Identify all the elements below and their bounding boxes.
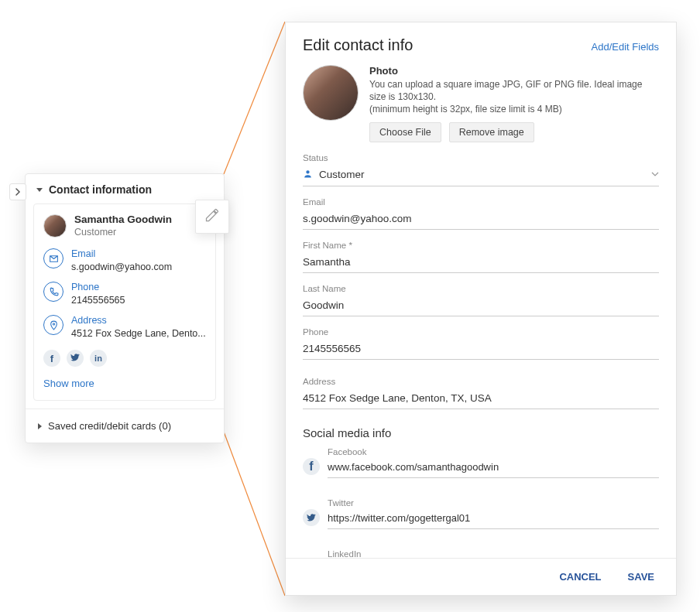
twitter-input[interactable]: https://twitter.com/gogettergal01 [328,509,659,529]
twitter-label: Twitter [328,498,659,508]
address-input-value: 4512 Fox Sedge Lane, Denton, TX, USA [303,392,492,404]
address-field-label: Address [303,377,659,386]
photo-heading: Photo [369,65,659,77]
phone-label: Phone [71,282,125,293]
facebook-icon: f [50,353,53,364]
lastname-value: Goodwin [303,299,344,311]
facebook-icon: f [303,458,320,475]
status-select[interactable]: Customer [303,164,659,186]
address-label: Address [71,315,206,327]
firstname-field-label: First Name * [303,241,659,250]
contact-information-card: Contact information Samantha Goodwin Cus… [25,173,225,443]
saved-cards-section[interactable]: Saved credit/debit cards (0) [26,409,224,443]
linkedin-chip[interactable]: in [90,350,107,367]
saved-cards-label: Saved credit/debit cards (0) [48,420,171,432]
expand-chevron[interactable] [9,183,26,200]
firstname-value: Samantha [303,256,351,268]
chevron-right-icon [38,423,42,429]
field-phone[interactable]: Phone 2145556565 [43,282,206,306]
phone-value: 2145556565 [71,295,125,306]
address-value: 4512 Fox Sedge Lane, Dento... [71,328,206,339]
person-icon [303,169,313,181]
facebook-value: www.facebook.com/samanthagoodwin [328,461,499,473]
email-value: s.goodwin@yahoo.com [71,262,172,272]
card-title: Contact information [49,183,152,196]
twitter-chip[interactable] [67,350,84,367]
add-edit-fields-link[interactable]: Add/Edit Fields [592,41,659,53]
email-label: Email [71,248,172,260]
facebook-chip[interactable]: f [43,350,60,367]
save-button[interactable]: SAVE [628,571,654,583]
photo-description-2: (minimum height is 32px, file size limit… [369,103,659,115]
lastname-field-label: Last Name [303,284,659,293]
linkedin-icon: in [94,354,102,363]
edit-contact-panel: Edit contact info Add/Edit Fields Photo … [285,22,677,596]
svg-line-0 [224,22,285,174]
caret-down-icon [651,169,659,180]
field-email[interactable]: Email s.goodwin@yahoo.com [43,248,206,272]
phone-input[interactable]: 2145556565 [303,338,659,360]
twitter-value: https://twitter.com/gogettergal01 [328,512,470,524]
facebook-label: Facebook [328,447,659,456]
status-value: Customer [319,169,365,180]
phone-input-value: 2145556565 [303,343,361,354]
contact-role: Customer [74,227,172,238]
choose-file-button[interactable]: Choose File [369,122,441,142]
pencil-icon [204,207,220,226]
show-more-link[interactable]: Show more [43,378,206,389]
facebook-input[interactable]: www.facebook.com/samanthagoodwin [328,458,659,478]
photo-description-1: You can upload a square image JPG, GIF o… [369,78,659,103]
envelope-icon [43,248,63,268]
chevron-right-icon [14,188,22,196]
status-label: Status [303,153,659,162]
email-field-label: Email [303,197,659,207]
chevron-down-icon [36,188,43,192]
field-address[interactable]: Address 4512 Fox Sedge Lane, Dento... [43,315,206,339]
phone-field-label: Phone [303,327,659,337]
social-section-heading: Social media info [303,426,659,439]
twitter-icon [70,351,80,365]
remove-image-button[interactable]: Remove image [449,122,534,142]
map-pin-icon [43,315,63,335]
card-header[interactable]: Contact information [26,174,224,203]
panel-title: Edit contact info [303,36,413,54]
phone-icon [43,282,63,302]
contact-avatar [43,214,67,238]
svg-line-1 [224,432,285,596]
twitter-icon [303,509,320,526]
address-input[interactable]: 4512 Fox Sedge Lane, Denton, TX, USA [303,388,659,409]
linkedin-label: LinkedIn [328,549,659,558]
edit-contact-button[interactable] [195,200,229,234]
lastname-input[interactable]: Goodwin [303,295,659,316]
email-input-value: s.goodwin@yahoo.com [303,213,412,224]
cancel-button[interactable]: CANCEL [559,571,601,583]
firstname-input[interactable]: Samantha [303,251,659,273]
photo-avatar [303,65,359,121]
contact-name: Samantha Goodwin [74,214,172,225]
email-input[interactable]: s.goodwin@yahoo.com [303,208,659,230]
